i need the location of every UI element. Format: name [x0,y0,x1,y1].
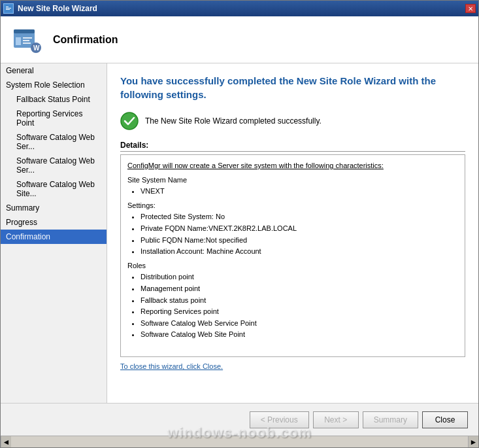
roles-item: Software Catalog Web Service Point [140,318,458,330]
site-system-name-value: VNEXT [140,186,458,198]
wizard-header: W Confirmation [1,16,478,63]
settings-label: Settings: [127,200,458,212]
check-icon [120,112,139,130]
success-message: The New Site Role Wizard completed succe… [145,116,322,126]
settings-item: Installation Account: Machine Account [140,246,458,258]
roles-item: Distribution point [140,271,458,283]
footer: < Previous Next > Summary Close [1,403,478,436]
wizard-header-title: Confirmation [53,34,118,46]
sidebar-item-progress[interactable]: Progress [1,215,107,230]
svg-rect-2 [6,8,11,9]
wizard-window: New Site Role Wizard ✕ W Confirmation Ge… [0,0,479,448]
previous-button[interactable]: < Previous [250,411,309,428]
site-system-name-label: Site System Name [127,175,458,186]
statusbar-right-arrow[interactable]: ► [468,436,478,447]
roles-item: Software Catalog Web Site Point [140,329,458,341]
content-area: You have successfully completed the New … [107,63,478,403]
svg-rect-7 [23,37,32,39]
wizard-header-icon: W [11,24,42,56]
details-box: ConfigMgr will now create a Server site … [120,154,465,357]
details-label: Details: [120,141,465,152]
sidebar-item-general[interactable]: General [1,63,107,78]
roles-item: Management point [140,283,458,295]
title-bar-left: New Site Role Wizard [3,3,97,14]
statusbar-inner [11,436,468,447]
roles-label: Roles [127,260,458,272]
sidebar-item-software-catalog-web-site[interactable]: Software Catalog Web Site... [1,177,107,201]
details-line1: ConfigMgr will now create a Server site … [127,160,458,172]
roles-list: Distribution pointManagement pointFallba… [140,271,458,341]
roles-item: Reporting Services point [140,306,458,318]
success-row: The New Site Role Wizard completed succe… [120,112,465,130]
settings-list: Protected Site System: NoPrivate FQDN Na… [140,211,458,257]
sidebar-item-summary[interactable]: Summary [1,201,107,215]
summary-button[interactable]: Summary [363,411,418,428]
sidebar-item-fallback-status-point[interactable]: Fallback Status Point [1,92,107,107]
next-button[interactable]: Next > [313,411,359,428]
svg-rect-6 [16,37,21,45]
main-content: General System Role Selection Fallback S… [1,63,478,403]
sidebar-item-software-catalog-web-ser1[interactable]: Software Catalog Web Ser... [1,130,107,154]
sidebar-item-system-role-selection[interactable]: System Role Selection [1,78,107,92]
sidebar-item-confirmation[interactable]: Confirmation [1,230,107,244]
statusbar: ◄ ► [1,436,478,447]
svg-rect-5 [14,29,35,33]
sidebar-item-software-catalog-web-ser2[interactable]: Software Catalog Web Ser... [1,154,107,177]
success-heading: You have successfully completed the New … [120,74,465,101]
settings-item: Private FQDN Name:VNEXT.2K8R2.LAB.LOCAL [140,223,458,235]
svg-rect-1 [6,7,8,7]
roles-item: Fallback status point [140,295,458,307]
svg-text:W: W [33,44,40,52]
settings-item: Protected Site System: No [140,211,458,223]
sidebar: General System Role Selection Fallback S… [1,63,107,403]
close-window-button[interactable]: ✕ [465,4,476,13]
svg-rect-3 [6,9,10,10]
svg-rect-9 [23,43,31,44]
close-button[interactable]: Close [422,411,468,428]
title-bar-text: New Site Role Wizard [18,4,97,13]
wizard-icon [3,3,14,14]
svg-rect-8 [23,40,29,41]
title-bar: New Site Role Wizard ✕ [1,1,478,16]
svg-point-12 [121,112,138,129]
sidebar-item-reporting-services-point[interactable]: Reporting Services Point [1,107,107,130]
settings-item: Public FQDN Name:Not specified [140,235,458,247]
statusbar-left-arrow[interactable]: ◄ [1,436,11,447]
close-hint: To close this wizard, click Close. [120,362,465,370]
